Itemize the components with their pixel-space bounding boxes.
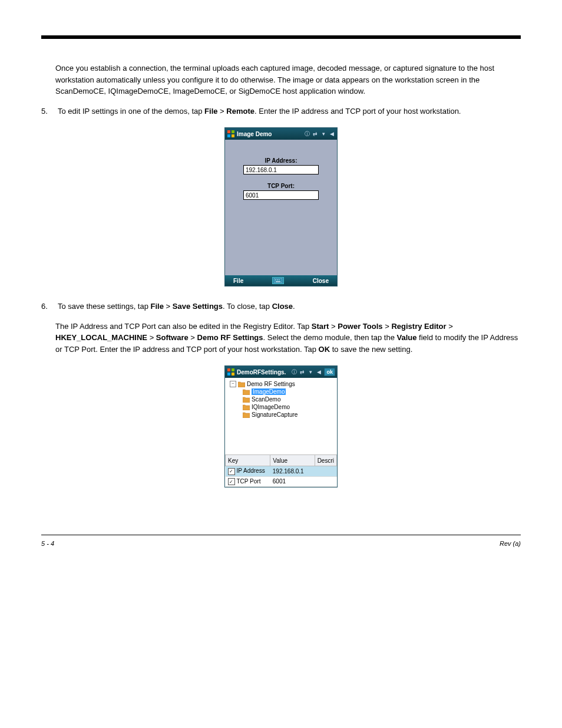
table-header-row: Key Value Descri: [226, 455, 337, 466]
registry-tree: − Demo RF Settings ImageDemo ScanDemo: [225, 378, 337, 421]
col-value[interactable]: Value: [270, 455, 315, 466]
folder-icon: [238, 381, 245, 387]
svg-rect-0: [227, 130, 230, 133]
system-tray: ⓘ ⇄ ▾ ◀: [303, 130, 335, 137]
col-desc[interactable]: Descri: [315, 455, 336, 466]
page-footer: 5 - 4 Rev (a): [41, 535, 521, 547]
window-title: Image Demo: [237, 131, 302, 137]
step-5-text: To edit IP settings in one of the demos,…: [58, 106, 461, 117]
registry-window: DemoRFSettings. ⓘ ⇄ ▾ ◀ ok − Demo R: [224, 365, 338, 487]
paragraph-intro: Once you establish a connection, the ter…: [55, 62, 521, 97]
window-body: − Demo RF Settings ImageDemo ScanDemo: [225, 378, 337, 454]
bottom-bar: File Close: [225, 275, 337, 286]
svg-rect-5: [275, 279, 276, 281]
checkbox-icon[interactable]: ✓: [228, 478, 235, 485]
tcp-port-label: TCP Port:: [267, 183, 295, 189]
row-value[interactable]: 6001: [270, 476, 315, 487]
info-icon[interactable]: ⓘ: [303, 130, 310, 137]
tree-item-label: ScanDemo: [252, 396, 280, 403]
svg-rect-7: [279, 279, 280, 281]
tree-item-label: IQImageDemo: [252, 404, 290, 410]
step-5-number: 5.: [41, 106, 52, 117]
windows-logo-icon[interactable]: [227, 130, 235, 138]
tree-item[interactable]: ScanDemo: [227, 396, 335, 403]
collapse-icon[interactable]: −: [230, 381, 236, 387]
table-row[interactable]: ✓IP Address 192.168.0.1: [226, 466, 337, 477]
page-number: 5 - 4: [41, 540, 54, 547]
volume-icon[interactable]: ◀: [328, 130, 335, 137]
step-6: 6. To save these settings, tap File > Sa…: [41, 301, 521, 312]
tree-root-label: Demo RF Settings: [247, 381, 295, 387]
window-body: IP Address: TCP Port:: [225, 140, 337, 275]
svg-rect-10: [232, 368, 234, 371]
connection-icon[interactable]: ⇄: [312, 130, 319, 137]
tree-item-label: ImageDemo: [252, 388, 286, 395]
svg-rect-2: [227, 134, 230, 137]
svg-rect-4: [274, 278, 282, 283]
folder-icon: [243, 404, 250, 410]
tree-item-label: SignatureCapture: [252, 411, 297, 418]
info-icon[interactable]: ⓘ: [290, 368, 297, 375]
svg-rect-3: [232, 134, 234, 137]
titlebar: Image Demo ⓘ ⇄ ▾ ◀: [225, 128, 337, 140]
ip-address-input[interactable]: [243, 165, 319, 174]
step-6-text: To save these settings, tap File > Save …: [58, 301, 295, 312]
tree-root-row[interactable]: − Demo RF Settings: [227, 380, 335, 388]
key-value-table: Key Value Descri ✓IP Address 192.168.0.1…: [225, 454, 337, 487]
signal-icon[interactable]: ▾: [307, 368, 314, 375]
system-tray: ⓘ ⇄ ▾ ◀: [290, 368, 322, 375]
volume-icon[interactable]: ◀: [315, 368, 322, 375]
col-key[interactable]: Key: [226, 455, 270, 466]
connection-icon[interactable]: ⇄: [299, 368, 306, 375]
row-key: IP Address: [237, 467, 265, 474]
signal-icon[interactable]: ▾: [320, 130, 327, 137]
folder-icon: [243, 412, 250, 418]
revision: Rev (a): [500, 540, 521, 547]
header-rule: [41, 35, 521, 39]
svg-rect-8: [276, 281, 280, 282]
file-menu[interactable]: File: [233, 278, 243, 284]
svg-rect-11: [227, 373, 230, 375]
table-row[interactable]: ✓TCP Port 6001: [226, 476, 337, 487]
tree-item[interactable]: ImageDemo: [227, 388, 335, 396]
image-demo-window: Image Demo ⓘ ⇄ ▾ ◀ IP Address: TCP Port:…: [224, 127, 338, 286]
row-value[interactable]: 192.168.0.1: [270, 466, 315, 477]
svg-rect-9: [227, 368, 230, 371]
registry-editor-paragraph: The IP Address and TCP Port can also be …: [55, 321, 521, 355]
tree-item[interactable]: IQImageDemo: [227, 403, 335, 411]
ip-address-label: IP Address:: [265, 157, 297, 164]
ok-button[interactable]: ok: [324, 368, 335, 376]
svg-rect-1: [232, 130, 234, 133]
svg-rect-6: [277, 279, 278, 281]
window-title: DemoRFSettings.: [237, 369, 289, 375]
row-key: TCP Port: [237, 478, 261, 485]
folder-icon: [243, 397, 250, 403]
checkbox-icon[interactable]: ✓: [228, 468, 235, 475]
step-5: 5. To edit IP settings in one of the dem…: [41, 106, 521, 117]
titlebar: DemoRFSettings. ⓘ ⇄ ▾ ◀ ok: [225, 366, 337, 378]
folder-icon: [243, 389, 250, 395]
close-button[interactable]: Close: [313, 278, 329, 284]
tcp-port-input[interactable]: [243, 190, 319, 200]
step-6-number: 6.: [41, 301, 52, 312]
keyboard-icon[interactable]: [272, 277, 284, 284]
windows-logo-icon[interactable]: [227, 368, 235, 376]
svg-rect-12: [232, 373, 234, 375]
tree-item[interactable]: SignatureCapture: [227, 411, 335, 419]
